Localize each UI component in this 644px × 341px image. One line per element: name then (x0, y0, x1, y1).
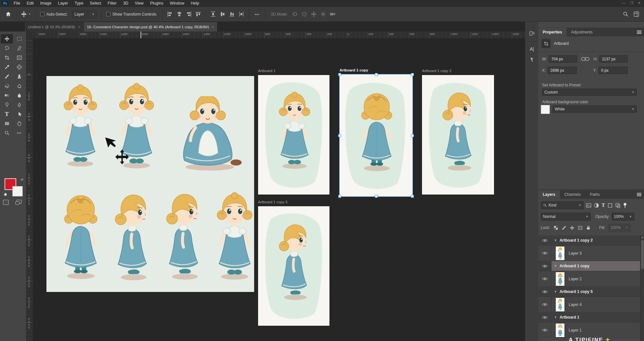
link-dimensions-icon[interactable] (581, 57, 589, 61)
screen-mode-icon[interactable] (15, 199, 22, 205)
selection-handle[interactable] (338, 73, 341, 76)
layer-row-layer-2[interactable]: Layer 2 (538, 271, 640, 287)
tab-close-icon[interactable]: × (212, 25, 214, 29)
layer-thumbnail[interactable] (555, 246, 565, 260)
ruler-corner[interactable] (26, 32, 33, 39)
blend-mode-dropdown[interactable]: Normal ▼ (541, 213, 591, 221)
restore-icon[interactable]: ❐ (630, 1, 633, 5)
visibility-toggle[interactable] (538, 312, 551, 322)
kind-filter-dropdown[interactable]: Kind ▼ (541, 201, 584, 209)
layer-group-artboard-1-copy-selected[interactable]: ▼ Artboard 1 copy (538, 261, 640, 271)
artboard-label-1-copy-2[interactable]: Artboard 1 copy 2 (422, 69, 452, 73)
paragraph-panel-icon[interactable]: ¶ (527, 55, 536, 64)
tab-layers[interactable]: Layers (538, 190, 560, 199)
show-transform-checkbox[interactable]: Show Transform Controls (104, 9, 158, 20)
filter-type-layers-icon[interactable]: T (601, 202, 605, 208)
opacity-dropdown[interactable]: 100% ▼ (612, 213, 634, 221)
layer-row-layer-4[interactable]: Layer 4 (538, 297, 640, 312)
auto-select-target-dropdown[interactable]: Layer ▼ (72, 10, 97, 18)
artboard-label-1[interactable]: Artboard 1 (258, 69, 276, 73)
visibility-toggle[interactable] (538, 261, 551, 271)
layer-group-artboard-1-copy-5[interactable]: ▼ Artboard 1 copy 5 (538, 287, 640, 297)
document-tab-untitled[interactable]: Untitled-1 @ 33.3% (RGB/8) × (25, 22, 84, 32)
menu-plugins[interactable]: Plugins (147, 0, 167, 6)
filter-toggle-pin-icon[interactable] (623, 203, 627, 208)
path-selection-tool[interactable] (13, 109, 25, 119)
quick-mask-icon[interactable] (3, 199, 9, 205)
filter-smart-objects-icon[interactable] (615, 203, 621, 208)
align-horizontal-centers-icon[interactable] (176, 11, 182, 17)
more-tools-button[interactable]: ••• (13, 128, 25, 138)
type-tool[interactable]: T (1, 109, 13, 119)
menu-image[interactable]: Image (37, 0, 55, 6)
selection-handle[interactable] (411, 195, 414, 198)
lock-image-pixels-icon[interactable] (562, 225, 566, 230)
3d-slide-icon[interactable] (320, 11, 326, 17)
visibility-toggle[interactable] (538, 271, 551, 286)
menu-filter[interactable]: Filter (105, 0, 120, 6)
eraser-tool[interactable] (13, 81, 25, 91)
zoom-tool[interactable] (1, 128, 13, 138)
distribute-horizontal-icon[interactable] (238, 11, 244, 17)
selection-handle[interactable] (375, 73, 378, 76)
pen-tool[interactable] (13, 100, 25, 109)
visibility-toggle[interactable] (538, 246, 551, 261)
menu-select[interactable]: Select (87, 0, 105, 6)
menu-edit[interactable]: Edit (23, 0, 37, 6)
artboard-1[interactable] (258, 75, 329, 195)
default-colors-icon[interactable] (3, 192, 7, 196)
selection-handle[interactable] (411, 73, 414, 76)
3d-pan-icon[interactable] (311, 11, 317, 17)
preset-dropdown[interactable]: Custom ▼ (542, 89, 637, 96)
menu-window[interactable]: Window (167, 0, 187, 6)
visibility-toggle[interactable] (538, 287, 551, 297)
y-field[interactable]: 0 px (599, 67, 628, 74)
brush-tool[interactable] (1, 72, 13, 81)
tab-channels[interactable]: Channels (560, 190, 586, 199)
move-tool-preset[interactable]: ▼ (19, 9, 33, 20)
layer-row-layer-1[interactable]: Layer 1 (538, 322, 640, 338)
distribute-bottom-icon[interactable] (229, 11, 235, 17)
hand-tool[interactable] (13, 119, 25, 128)
panel-menu-icon[interactable] (637, 30, 641, 34)
swap-colors-icon[interactable]: ⇄ (21, 178, 23, 181)
align-right-edges-icon[interactable] (186, 11, 192, 17)
healing-brush-tool[interactable] (13, 62, 25, 72)
expand-chevron-icon[interactable]: ▼ (554, 290, 557, 293)
expand-chevron-icon[interactable]: ▼ (554, 239, 557, 242)
object-selection-tool[interactable] (13, 44, 25, 53)
lock-artboard-icon[interactable] (578, 225, 583, 230)
expand-chevron-icon[interactable]: ▼ (554, 264, 557, 268)
layer-group-artboard-1-copy-2[interactable]: ▼ Artboard 1 copy 2 (538, 235, 640, 246)
panel-menu-icon[interactable] (637, 192, 641, 197)
3d-orbit-icon[interactable] (292, 11, 298, 17)
visibility-toggle[interactable] (538, 297, 551, 312)
menu-3d[interactable]: 3D (120, 0, 131, 6)
workspace-switcher-icon[interactable] (633, 11, 639, 17)
menu-layer[interactable]: Layer (55, 0, 71, 6)
crop-tool[interactable] (1, 53, 13, 62)
eyedropper-tool[interactable] (1, 62, 13, 72)
home-button[interactable] (3, 9, 13, 20)
layers-scrollbar[interactable] (640, 235, 644, 341)
artboard-label-1-copy[interactable]: Artboard 1 copy (340, 68, 368, 72)
tab-properties[interactable]: Properties (538, 28, 566, 36)
scrollbar-thumb[interactable] (641, 240, 644, 269)
gradient-tool[interactable] (1, 91, 13, 100)
width-field[interactable]: 704 px (549, 55, 577, 63)
reference-image[interactable] (46, 76, 254, 292)
move-tool[interactable] (1, 34, 13, 44)
search-icon[interactable] (623, 11, 629, 17)
tab-adjustments[interactable]: Adjustments (566, 28, 597, 36)
background-color-swatch[interactable] (12, 186, 23, 196)
minimize-icon[interactable]: — (622, 1, 625, 5)
layer-thumbnail[interactable] (555, 323, 565, 337)
marquee-tool[interactable] (13, 34, 25, 44)
history-panel-icon[interactable] (527, 29, 536, 38)
layer-row-layer-3[interactable]: Layer 3 (538, 246, 640, 261)
menu-type[interactable]: Type (71, 0, 87, 6)
document-tab-character-design[interactable]: 16- Consistent Character design.psd @ 40… (84, 22, 217, 32)
artboard-label-1-copy-5[interactable]: Artboard 1 copy 5 (258, 200, 288, 204)
lock-all-icon[interactable] (586, 225, 591, 230)
align-top-edges-icon[interactable] (195, 11, 201, 17)
